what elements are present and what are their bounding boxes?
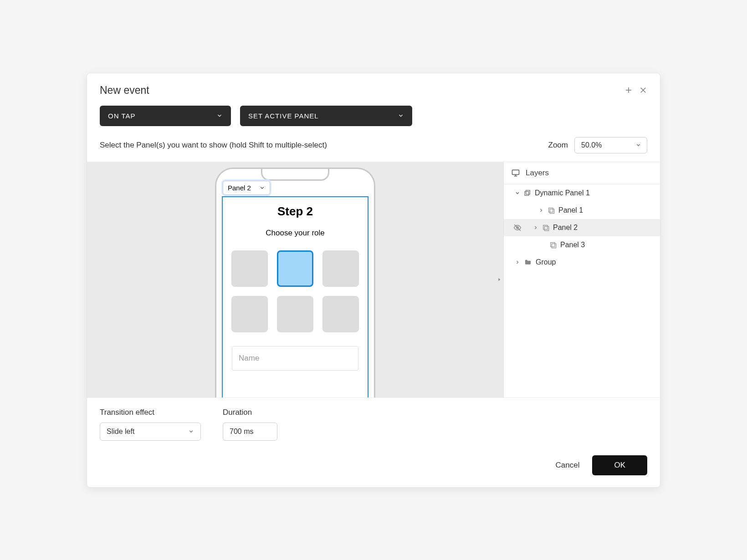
svg-marker-4 <box>498 278 500 281</box>
layer-label: Panel 1 <box>558 206 583 214</box>
chevron-down-icon <box>216 112 223 119</box>
zoom-value: 50.0% <box>581 141 602 149</box>
panel-content[interactable]: Step 2 Choose your role Name <box>222 196 368 397</box>
name-input[interactable]: Name <box>232 346 358 371</box>
device-notch <box>261 169 329 181</box>
chevron-down-icon <box>259 185 265 191</box>
panel-selector-value: Panel 2 <box>228 184 251 192</box>
zoom-label: Zoom <box>548 141 568 150</box>
instruction-text: Select the Panel(s) you want to show (ho… <box>100 141 327 150</box>
duration-label: Duration <box>223 408 277 417</box>
zoom-select[interactable]: 50.0% <box>574 137 647 153</box>
panel-icon <box>542 224 549 231</box>
panel-icon <box>547 207 555 214</box>
layer-panel-3[interactable]: Panel 3 <box>504 236 660 254</box>
step-subtitle: Choose your role <box>266 229 324 238</box>
canvas-area[interactable]: Panel 2 Step 2 Choose your role <box>87 162 503 397</box>
layers-panel: Layers Dynamic Panel 1 Panel <box>503 162 660 397</box>
layer-label: Panel 2 <box>553 224 578 232</box>
chevron-right-icon <box>533 225 538 230</box>
layer-label: Dynamic Panel 1 <box>535 189 590 197</box>
close-icon[interactable] <box>639 86 647 94</box>
layer-group[interactable]: Group <box>504 254 660 271</box>
action-select-value: SET ACTIVE PANEL <box>248 112 319 120</box>
svg-rect-9 <box>525 191 529 195</box>
chevron-right-icon <box>538 208 544 213</box>
svg-rect-11 <box>550 209 554 213</box>
trigger-select-value: ON TAP <box>108 112 135 120</box>
duration-input[interactable]: 700 ms <box>223 423 277 441</box>
device-frame: Panel 2 Step 2 Choose your role <box>215 168 375 397</box>
duration-value: 700 ms <box>230 428 253 436</box>
folder-icon <box>524 259 532 266</box>
layer-dynamic-panel[interactable]: Dynamic Panel 1 <box>504 184 660 202</box>
svg-rect-8 <box>526 190 530 194</box>
svg-rect-5 <box>512 170 519 174</box>
dialog-title: New event <box>100 84 149 97</box>
svg-rect-16 <box>551 242 555 246</box>
visibility-off-icon[interactable] <box>513 224 522 232</box>
svg-rect-14 <box>543 225 547 229</box>
role-tile[interactable] <box>277 296 313 332</box>
role-tile[interactable] <box>231 296 268 332</box>
chevron-down-icon <box>635 142 641 148</box>
expand-panel-icon[interactable] <box>495 275 503 285</box>
layer-label: Group <box>536 258 556 266</box>
layers-header: Layers <box>504 162 660 184</box>
transition-value: Slide left <box>107 428 134 436</box>
chevron-down-icon <box>188 428 194 434</box>
svg-rect-10 <box>549 208 553 212</box>
add-icon[interactable] <box>624 86 633 94</box>
chevron-right-icon <box>515 260 520 265</box>
transition-select[interactable]: Slide left <box>100 423 201 441</box>
role-tile[interactable] <box>322 250 359 287</box>
new-event-dialog: New event ON TAP SET ACTIVE PANEL Select… <box>87 73 660 488</box>
svg-rect-17 <box>552 244 556 248</box>
panel-selector[interactable]: Panel 2 <box>223 181 270 195</box>
dialog-header: New event <box>87 73 660 102</box>
layers-title: Layers <box>526 168 549 178</box>
chevron-down-icon <box>515 190 520 196</box>
role-grid <box>231 250 359 332</box>
role-tile-active[interactable] <box>277 250 313 287</box>
cancel-button[interactable]: Cancel <box>556 461 580 470</box>
panel-icon <box>549 241 557 249</box>
layer-panel-2[interactable]: Panel 2 <box>504 219 660 236</box>
ok-button[interactable]: OK <box>592 455 647 475</box>
monitor-icon <box>511 168 520 178</box>
step-title: Step 2 <box>277 204 313 219</box>
transition-label: Transition effect <box>100 408 201 417</box>
layer-label: Panel 3 <box>560 241 585 249</box>
svg-rect-15 <box>544 226 548 230</box>
role-tile[interactable] <box>322 296 359 332</box>
dynamic-panel-icon <box>524 189 531 197</box>
layer-panel-1[interactable]: Panel 1 <box>504 202 660 219</box>
chevron-down-icon <box>398 112 404 119</box>
role-tile[interactable] <box>231 250 268 287</box>
trigger-select[interactable]: ON TAP <box>100 106 231 126</box>
action-select[interactable]: SET ACTIVE PANEL <box>240 106 412 126</box>
